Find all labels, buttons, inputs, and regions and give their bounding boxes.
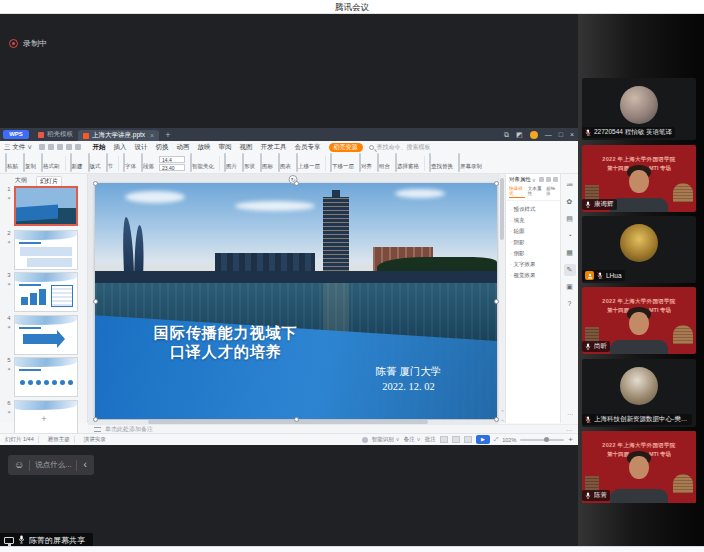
properties-tab[interactable]: 文本属性 [528, 186, 544, 198]
ribbon-button[interactable]: 对齐 [359, 154, 372, 172]
history-pane-icon[interactable]: ◔ [564, 230, 576, 242]
selection-handle[interactable] [494, 299, 499, 304]
participant-tile[interactable]: 2022 年上海大学外国语学院 第十四届MTI 专场 陈菁 [582, 431, 696, 503]
layout-pane-icon[interactable]: ▤ [564, 213, 576, 225]
participant-tile[interactable]: LHua [582, 216, 696, 283]
ribbon-button[interactable]: 版式 [88, 154, 101, 172]
ribbon-tab-4[interactable]: 动画 [173, 141, 194, 153]
ribbon-tab-8[interactable]: 开发工具 [257, 141, 291, 153]
slide-thumbnail-3[interactable] [14, 272, 78, 312]
strip-more-icon[interactable]: ⋯ [561, 410, 579, 417]
properties-item[interactable]: 填充 [510, 215, 560, 226]
ribbon-button[interactable]: 形状 [242, 154, 255, 172]
slide-thumbnail-5[interactable] [14, 357, 78, 397]
properties-header-icons[interactable] [539, 177, 558, 182]
ribbon-button[interactable]: 段落 [141, 154, 154, 172]
ribbon-button[interactable]: 屏幕录制 [458, 154, 482, 172]
docer-resources-button[interactable]: 稻壳资源 [329, 143, 363, 152]
quick-chat-bar[interactable]: ☺ 说点什么... ‹ [8, 455, 94, 475]
split-view-icon[interactable]: ⧉ [504, 128, 509, 141]
vertical-scrollbar[interactable]: ⌃ ⌄ [498, 174, 505, 423]
ribbon-tab-7[interactable]: 视图 [236, 141, 257, 153]
ribbon-tab-3[interactable]: 切换 [152, 141, 173, 153]
ribbon-button[interactable]: 格式刷 [41, 154, 60, 172]
ribbon-button[interactable]: 图标 [260, 154, 273, 172]
reading-view-icon[interactable] [464, 436, 472, 443]
zoom-slider-knob[interactable] [544, 437, 549, 442]
slide-thumbnail-2[interactable] [14, 230, 78, 270]
chat-collapse-button[interactable]: ‹ [82, 460, 87, 470]
notes-toggle[interactable]: 备注 ∨ [404, 436, 421, 443]
slide-title[interactable]: 国际传播能力视域下 口译人才的培养 [115, 323, 336, 361]
media-pane-icon[interactable]: ▣ [564, 281, 576, 293]
properties-tab[interactable]: 快捷样式 [509, 186, 525, 198]
slide-sorter-view-icon[interactable] [452, 436, 460, 443]
properties-caret-icon[interactable]: ∨ [532, 177, 536, 183]
ribbon-button[interactable]: 智能美化 [190, 154, 214, 172]
ribbon-tab-6[interactable]: 审阅 [215, 141, 236, 153]
settings-pane-icon[interactable]: ✿ [564, 196, 576, 208]
ribbon-button[interactable]: 查找替换 [429, 154, 453, 172]
properties-item[interactable]: 视觉效果 [510, 270, 560, 281]
selection-handle[interactable] [494, 181, 499, 186]
properties-item[interactable]: 预设样式 [510, 204, 560, 215]
new-document-tab-button[interactable]: + [165, 130, 170, 140]
ribbon-tab-0[interactable]: 开始 [89, 141, 110, 153]
fit-slide-icon[interactable]: ⤢ [494, 436, 498, 443]
chat-input[interactable]: 说点什么... [35, 460, 71, 470]
chart-pane-icon[interactable]: ▦ [564, 247, 576, 259]
notes-bar[interactable]: 单击此处添加备注 ⋯ [88, 424, 578, 433]
ribbon-button[interactable]: 上移一层 [296, 154, 320, 172]
ribbon-button[interactable]: 字体 [123, 154, 136, 172]
participant-tile[interactable]: 22720544 程怡敏 英语笔译 [582, 78, 696, 140]
vertical-scrollbar-thumb[interactable] [500, 178, 504, 240]
properties-tab[interactable]: 超链接 [546, 186, 558, 198]
zoom-percentage[interactable]: 102% [502, 437, 516, 443]
properties-item[interactable]: 轮廓 [510, 226, 560, 237]
document-tab[interactable]: 稻壳模板 [33, 128, 78, 141]
selection-handle[interactable] [294, 417, 299, 422]
slide-credit[interactable]: 陈菁 厦门大学 2022. 12. 02 [336, 364, 481, 394]
ribbon-tab-5[interactable]: 放映 [194, 141, 215, 153]
status-item[interactable]: 雅致主题 [48, 436, 70, 443]
wps-home-button[interactable]: WPS [3, 130, 29, 139]
slide-thumbnail-1[interactable] [14, 186, 78, 226]
ribbon-button[interactable]: 选择窗格 [395, 154, 419, 172]
zoom-in-button[interactable]: + [568, 435, 573, 444]
document-tab[interactable]: 上海大学讲座.pptx× [78, 130, 159, 141]
ribbon-button[interactable]: 图片 [224, 154, 237, 172]
ribbon-button[interactable]: 下移一层 [330, 154, 354, 172]
command-search[interactable]: 查找命令、搜索模板 [369, 143, 431, 152]
properties-item[interactable]: 阴影 [510, 237, 560, 248]
help-pane-icon[interactable]: ? [564, 298, 576, 310]
participant-tile[interactable]: 2022 年上海大学外国语学院 第十四届MTI 专场 康诲辉 [582, 145, 696, 212]
status-item[interactable]: 幻灯片 1/44 [5, 436, 34, 443]
participant-tile[interactable]: 上海科技创新资源数据中心-樊宇... [582, 359, 696, 427]
file-menu[interactable]: 三 文件 ∨ [4, 143, 33, 152]
ribbon-button[interactable]: 粘贴 [5, 154, 18, 172]
ribbon-button[interactable]: 新建 [70, 154, 83, 172]
maximize-button[interactable]: □ [559, 128, 563, 141]
zoom-slider[interactable] [520, 439, 564, 441]
properties-item[interactable]: 倒影 [510, 248, 560, 259]
ribbon-button[interactable]: 图表 [278, 154, 291, 172]
font-size-inputs[interactable]: 14.423.40 [159, 156, 185, 171]
close-tab-icon[interactable]: × [150, 132, 154, 139]
slide-canvas[interactable]: 国际传播能力视域下 口译人才的培养 陈菁 厦门大学 2022. 12. 02 [95, 183, 497, 419]
add-slide-button[interactable]: + [0, 414, 88, 424]
ribbon-tab-9[interactable]: 会员专享 [291, 141, 325, 153]
outline-pane-icon[interactable]: ≔ [564, 179, 576, 191]
selection-handle[interactable] [93, 299, 98, 304]
close-button[interactable]: × [570, 128, 574, 141]
comments-toggle[interactable]: 批注 [425, 436, 436, 443]
selection-handle[interactable] [93, 181, 98, 186]
ribbon-tab-1[interactable]: 插入 [110, 141, 131, 153]
emoji-icon[interactable]: ☺ [14, 460, 24, 470]
ribbon-button[interactable]: 组合 [377, 154, 390, 172]
smart-tool-icon[interactable] [362, 437, 368, 443]
ribbon-button[interactable]: 节 [106, 154, 114, 172]
selection-handle[interactable] [93, 417, 98, 422]
selection-handle[interactable] [294, 181, 299, 186]
quick-access-toolbar[interactable] [39, 144, 81, 150]
style-pane-icon[interactable]: ✎ [564, 264, 576, 276]
